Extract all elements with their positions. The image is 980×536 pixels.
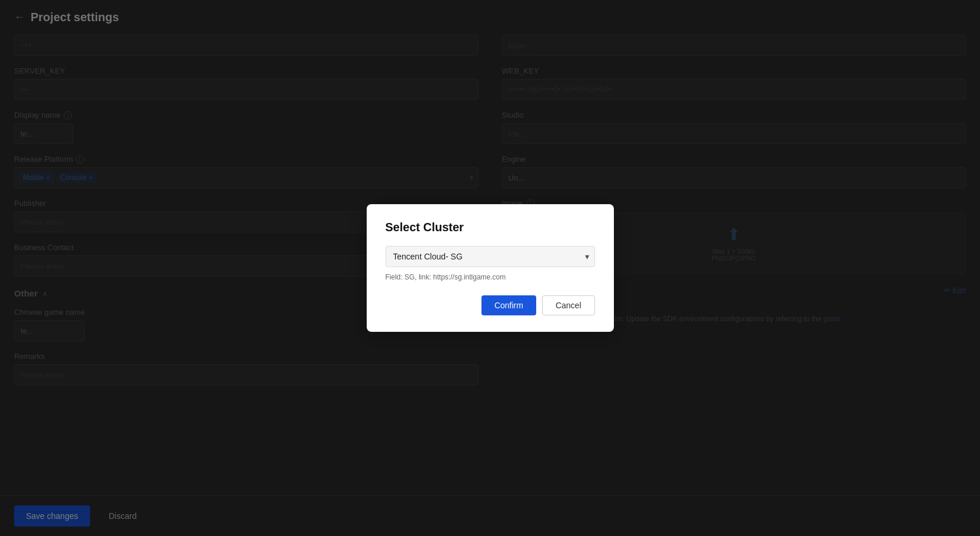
- modal-overlay: Select Cluster Tencent Cloud- SG Tencent…: [0, 0, 980, 536]
- select-cluster-modal: Select Cluster Tencent Cloud- SG Tencent…: [367, 204, 614, 332]
- modal-select-wrapper: Tencent Cloud- SG Tencent Cloud- US Tenc…: [386, 246, 595, 267]
- cluster-select[interactable]: Tencent Cloud- SG Tencent Cloud- US Tenc…: [386, 246, 595, 267]
- confirm-button[interactable]: Confirm: [481, 295, 536, 315]
- modal-actions: Confirm Cancel: [386, 295, 595, 315]
- modal-field-info: Field: SG, link: https://sg.intlgame.com: [386, 273, 595, 281]
- cancel-button[interactable]: Cancel: [542, 295, 595, 315]
- page-wrapper: ← Project settings SERVER_KEY Display na…: [0, 0, 980, 536]
- modal-title: Select Cluster: [386, 221, 595, 234]
